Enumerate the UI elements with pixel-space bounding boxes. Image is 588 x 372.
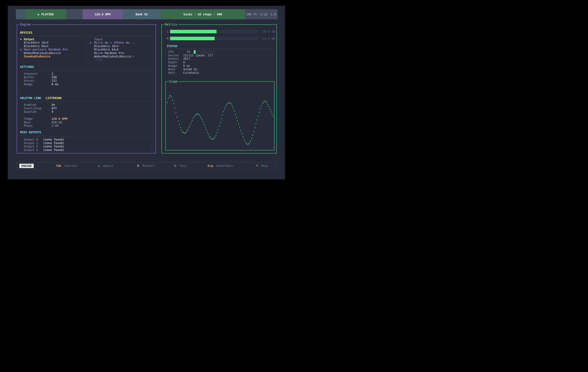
cpu-stats-value: CPU 7% V:13 L:0 [246,13,276,16]
device-cursor-marker: > [20,37,22,41]
field-label: Nudge [24,82,32,86]
meter-db-value: -20.9 dB [261,29,275,34]
meter-db-value: -22.2 dB [261,36,275,40]
scope-title: Scope [168,79,179,84]
shortcut-key: ↔ [98,164,99,168]
shortcut-label: : Hush/Panic [213,164,234,168]
ableton-link-header: ABLETON LINK [20,96,41,100]
tempo-display[interactable]: 120.0 BPM [83,9,123,19]
shortcut-label: : Adjust [99,164,114,168]
meter-channel-label: R [167,36,168,40]
meter-track [217,30,258,33]
settings-header: SETTINGS [20,65,34,69]
link-status-badge: LISTENING [46,96,62,100]
topbar-spacer [66,9,83,19]
cpu-stats: CPU 7% V:13 L:0 [245,9,278,19]
field-label: Output 3 [24,148,38,152]
play-icon-label: ▶ PLAYING [38,13,54,16]
device-cursor-marker: x [20,47,22,52]
status-value: CoreAudio [183,70,199,75]
shortcut-key: ? [256,164,258,168]
midi-outputs-header: MIDI OUTPUTS [20,130,41,134]
scope-display: Scope [166,81,274,150]
shortcut-label: : Restart [139,164,155,168]
field-label: Quantum [24,110,36,114]
scroll-down-icon[interactable]: ▼ [151,147,152,151]
shortcut-label: : Test [176,164,186,168]
shortcut-label: : Keys [258,164,268,168]
metrics-panel-title: Metrics [164,22,178,27]
field-value: 4 [52,110,53,114]
status-header: STATUS [167,44,178,48]
metrics-panel: Metrics L-20.9 dBR-22.2 dB STATUS CPU 7%… [161,24,277,153]
footer-bar: ENGINE Tab: Section↔: AdjustR: Restartt:… [17,162,277,169]
field-value: 0 ms [52,82,59,86]
meter-channel-label: L [167,29,168,34]
meter-fill [170,30,217,33]
tempo-value: 120.0 BPM [95,13,111,16]
divider [20,70,153,71]
divider [20,36,153,36]
transport-status[interactable]: ▶ PLAYING [25,9,66,19]
meter-track [215,37,258,40]
field-value: 2.65 [52,123,59,128]
device-cursor-marker: x [90,40,91,45]
divider [166,49,273,49]
divider [20,101,153,102]
mode-badge: ENGINE [19,164,34,168]
pattern-info: kicks · 16 steps · #66 [161,9,245,19]
bank-display[interactable]: Bank 01 [123,9,161,19]
shortcut-key: Tab [56,164,61,168]
engine-panel: Engine DEVICES >OutputBlackHole 16chBlac… [17,24,156,153]
shortcut-label: : Section [61,164,77,168]
app-window: ▶ PLAYING 120.0 BPM Bank 01 kicks · 16 s… [8,6,285,179]
pattern-value: kicks · 16 steps · #66 [183,13,222,16]
meter-fill [170,37,215,40]
devices-header: DEVICES [20,30,32,35]
device-item: (1/6) [94,58,103,62]
field-value: (none found) [43,148,64,152]
transport-led-segment [16,9,25,19]
bank-value: Bank 01 [136,13,148,16]
status-label: Host [168,70,175,75]
transport-bar: ▶ PLAYING 120.0 BPM Bank 01 kicks · 16 s… [16,9,278,19]
engine-panel-title: Engine [19,22,32,27]
shortcut-key: h/p [208,164,213,168]
shortcut-key: R [137,164,139,168]
device-column-divider [86,37,87,61]
divider [20,136,153,136]
device-item[interactable]: ZoomAudioDevice [24,54,50,59]
field-label: Phase [24,123,32,128]
shortcut-key: t [174,164,176,168]
dropdown-arrow-icon[interactable]: ▼ [132,54,134,59]
